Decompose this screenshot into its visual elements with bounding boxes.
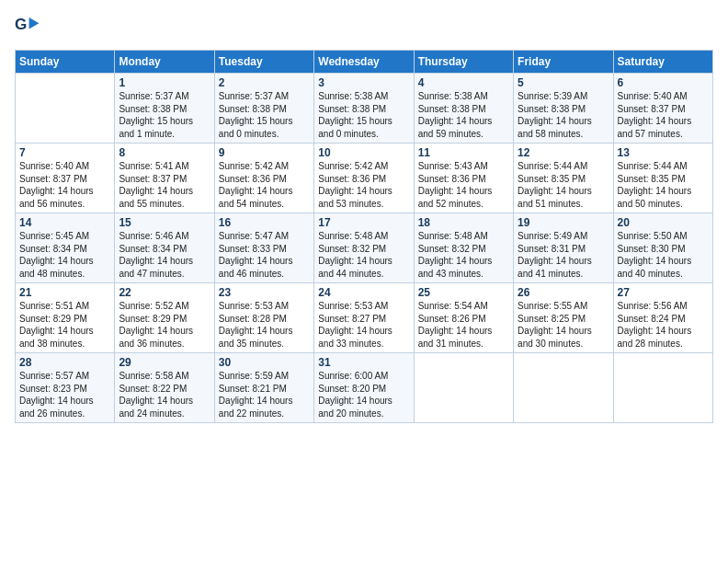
day-info: Sunrise: 5:49 AMSunset: 8:31 PMDaylight:… (518, 230, 609, 280)
day-info: Sunrise: 5:53 AMSunset: 8:28 PMDaylight:… (219, 300, 310, 350)
day-cell: 24Sunrise: 5:53 AMSunset: 8:27 PMDayligh… (314, 283, 414, 353)
day-number: 21 (19, 286, 110, 299)
weekday-monday: Monday (115, 51, 214, 74)
day-cell: 13Sunrise: 5:44 AMSunset: 8:35 PMDayligh… (613, 144, 712, 213)
day-info: Sunrise: 5:56 AMSunset: 8:24 PMDaylight:… (618, 300, 709, 350)
day-info: Sunrise: 5:44 AMSunset: 8:35 PMDaylight:… (618, 160, 709, 210)
day-number: 17 (318, 216, 409, 229)
day-number: 25 (418, 286, 509, 299)
day-cell: 18Sunrise: 5:48 AMSunset: 8:32 PMDayligh… (414, 213, 513, 283)
day-cell: 26Sunrise: 5:55 AMSunset: 8:25 PMDayligh… (514, 283, 613, 353)
day-number: 14 (19, 216, 110, 229)
day-cell: 9Sunrise: 5:42 AMSunset: 8:36 PMDaylight… (214, 144, 313, 213)
day-cell: 16Sunrise: 5:47 AMSunset: 8:33 PMDayligh… (214, 213, 313, 283)
day-info: Sunrise: 5:47 AMSunset: 8:33 PMDaylight:… (219, 230, 310, 280)
day-cell (16, 74, 115, 144)
day-cell: 5Sunrise: 5:39 AMSunset: 8:38 PMDaylight… (514, 74, 613, 144)
day-cell: 30Sunrise: 5:59 AMSunset: 8:21 PMDayligh… (214, 353, 313, 423)
day-info: Sunrise: 5:41 AMSunset: 8:37 PMDaylight:… (119, 160, 210, 210)
day-info: Sunrise: 5:59 AMSunset: 8:21 PMDaylight:… (219, 370, 310, 419)
day-cell: 14Sunrise: 5:45 AMSunset: 8:34 PMDayligh… (16, 213, 115, 283)
day-cell: 8Sunrise: 5:41 AMSunset: 8:37 PMDaylight… (115, 144, 214, 213)
day-number: 20 (618, 216, 709, 229)
day-cell (613, 353, 712, 423)
day-info: Sunrise: 5:48 AMSunset: 8:32 PMDaylight:… (418, 230, 509, 280)
day-info: Sunrise: 5:39 AMSunset: 8:38 PMDaylight:… (518, 90, 609, 140)
day-number: 10 (318, 146, 409, 159)
day-info: Sunrise: 5:57 AMSunset: 8:23 PMDaylight:… (19, 370, 110, 419)
day-number: 1 (119, 76, 210, 89)
day-number: 28 (19, 356, 110, 369)
weekday-wednesday: Wednesday (314, 51, 414, 74)
day-number: 2 (219, 76, 310, 89)
header: G (15, 15, 713, 40)
day-number: 23 (219, 286, 310, 299)
day-info: Sunrise: 5:40 AMSunset: 8:37 PMDaylight:… (618, 90, 709, 140)
day-number: 15 (119, 216, 210, 229)
day-cell: 2Sunrise: 5:37 AMSunset: 8:38 PMDaylight… (214, 74, 313, 144)
logo: G (15, 15, 44, 40)
day-info: Sunrise: 5:54 AMSunset: 8:26 PMDaylight:… (418, 300, 509, 350)
day-number: 9 (219, 146, 310, 159)
day-number: 31 (318, 356, 409, 369)
day-cell: 28Sunrise: 5:57 AMSunset: 8:23 PMDayligh… (16, 353, 115, 423)
day-number: 11 (418, 146, 509, 159)
page: G SundayMondayTuesdayWednesdayThursdayFr… (0, 0, 728, 563)
day-cell: 4Sunrise: 5:38 AMSunset: 8:38 PMDaylight… (414, 74, 513, 144)
day-cell: 15Sunrise: 5:46 AMSunset: 8:34 PMDayligh… (115, 213, 214, 283)
day-info: Sunrise: 5:40 AMSunset: 8:37 PMDaylight:… (19, 160, 110, 210)
day-number: 4 (418, 76, 509, 89)
week-row-4: 21Sunrise: 5:51 AMSunset: 8:29 PMDayligh… (16, 283, 713, 353)
week-row-1: 1Sunrise: 5:37 AMSunset: 8:38 PMDaylight… (16, 74, 713, 144)
day-number: 5 (518, 76, 609, 89)
day-number: 19 (518, 216, 609, 229)
day-cell: 20Sunrise: 5:50 AMSunset: 8:30 PMDayligh… (613, 213, 712, 283)
day-info: Sunrise: 5:44 AMSunset: 8:35 PMDaylight:… (518, 160, 609, 210)
day-info: Sunrise: 5:53 AMSunset: 8:27 PMDaylight:… (318, 300, 409, 350)
day-cell (514, 353, 613, 423)
day-cell: 6Sunrise: 5:40 AMSunset: 8:37 PMDaylight… (613, 74, 712, 144)
day-number: 26 (518, 286, 609, 299)
day-number: 7 (19, 146, 110, 159)
day-info: Sunrise: 5:55 AMSunset: 8:25 PMDaylight:… (518, 300, 609, 350)
day-cell: 11Sunrise: 5:43 AMSunset: 8:36 PMDayligh… (414, 144, 513, 213)
day-info: Sunrise: 5:45 AMSunset: 8:34 PMDaylight:… (19, 230, 110, 280)
weekday-friday: Friday (514, 51, 613, 74)
day-cell: 1Sunrise: 5:37 AMSunset: 8:38 PMDaylight… (115, 74, 214, 144)
svg-text:G: G (15, 16, 27, 33)
day-cell: 3Sunrise: 5:38 AMSunset: 8:38 PMDaylight… (314, 74, 414, 144)
day-cell: 7Sunrise: 5:40 AMSunset: 8:37 PMDaylight… (16, 144, 115, 213)
day-info: Sunrise: 5:37 AMSunset: 8:38 PMDaylight:… (119, 90, 210, 140)
day-info: Sunrise: 5:48 AMSunset: 8:32 PMDaylight:… (318, 230, 409, 280)
weekday-tuesday: Tuesday (214, 51, 313, 74)
day-info: Sunrise: 5:46 AMSunset: 8:34 PMDaylight:… (119, 230, 210, 280)
week-row-5: 28Sunrise: 5:57 AMSunset: 8:23 PMDayligh… (16, 353, 713, 423)
day-info: Sunrise: 5:43 AMSunset: 8:36 PMDaylight:… (418, 160, 509, 210)
weekday-thursday: Thursday (414, 51, 513, 74)
day-number: 24 (318, 286, 409, 299)
day-number: 16 (219, 216, 310, 229)
day-info: Sunrise: 5:51 AMSunset: 8:29 PMDaylight:… (19, 300, 110, 350)
day-info: Sunrise: 5:42 AMSunset: 8:36 PMDaylight:… (318, 160, 409, 210)
svg-marker-1 (29, 17, 40, 29)
day-info: Sunrise: 5:38 AMSunset: 8:38 PMDaylight:… (318, 90, 409, 140)
day-info: Sunrise: 5:42 AMSunset: 8:36 PMDaylight:… (219, 160, 310, 210)
day-number: 22 (119, 286, 210, 299)
day-info: Sunrise: 6:00 AMSunset: 8:20 PMDaylight:… (318, 370, 409, 419)
day-number: 27 (618, 286, 709, 299)
day-info: Sunrise: 5:50 AMSunset: 8:30 PMDaylight:… (618, 230, 709, 280)
week-row-2: 7Sunrise: 5:40 AMSunset: 8:37 PMDaylight… (16, 144, 713, 213)
day-info: Sunrise: 5:38 AMSunset: 8:38 PMDaylight:… (418, 90, 509, 140)
day-number: 12 (518, 146, 609, 159)
day-cell (414, 353, 513, 423)
week-row-3: 14Sunrise: 5:45 AMSunset: 8:34 PMDayligh… (16, 213, 713, 283)
day-cell: 25Sunrise: 5:54 AMSunset: 8:26 PMDayligh… (414, 283, 513, 353)
day-number: 8 (119, 146, 210, 159)
day-cell: 19Sunrise: 5:49 AMSunset: 8:31 PMDayligh… (514, 213, 613, 283)
day-cell: 17Sunrise: 5:48 AMSunset: 8:32 PMDayligh… (314, 213, 414, 283)
day-number: 18 (418, 216, 509, 229)
weekday-header-row: SundayMondayTuesdayWednesdayThursdayFrid… (16, 51, 713, 74)
day-number: 13 (618, 146, 709, 159)
day-info: Sunrise: 5:58 AMSunset: 8:22 PMDaylight:… (119, 370, 210, 419)
day-info: Sunrise: 5:37 AMSunset: 8:38 PMDaylight:… (219, 90, 310, 140)
